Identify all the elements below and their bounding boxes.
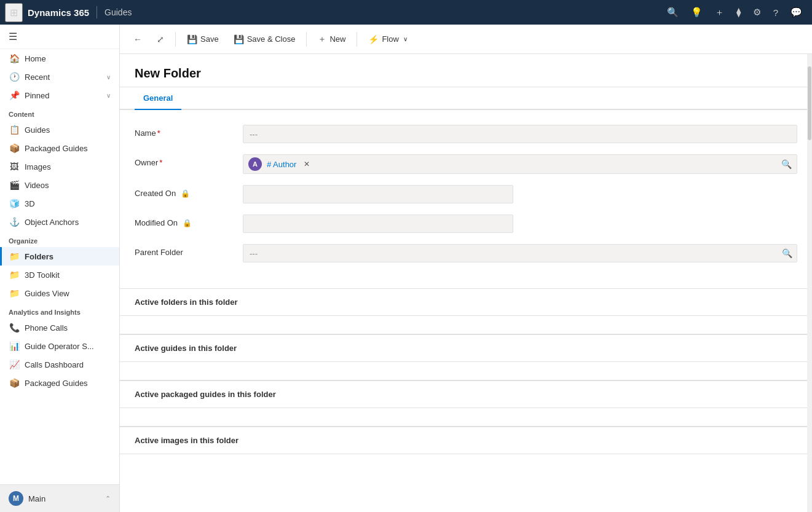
filter-icon[interactable]: ⧫ [731, 4, 746, 20]
active-packaged-content [120, 408, 812, 427]
modified-on-input [243, 215, 513, 233]
active-packaged-section[interactable]: Active packaged guides in this folder [120, 380, 812, 408]
nav-divider [97, 6, 97, 18]
modified-on-row: Modified On 🔒 [135, 215, 797, 233]
save-button[interactable]: 💾 Save [181, 31, 225, 47]
owner-search-icon[interactable]: 🔍 [781, 159, 792, 169]
sidebar-item-videos-label: Videos [25, 181, 111, 190]
flow-chevron: ∨ [403, 36, 408, 42]
created-on-input [243, 185, 513, 203]
recent-chevron: ∨ [106, 74, 111, 81]
active-folders-section[interactable]: Active folders in this folder [120, 288, 812, 316]
section-content-label: Content [0, 104, 119, 120]
active-images-section[interactable]: Active images in this folder [120, 427, 812, 454]
page-body: New Folder General Name* [120, 54, 812, 512]
sidebar-item-home[interactable]: 🏠 Home [0, 49, 119, 68]
flow-icon: ⚡ [368, 34, 379, 44]
modified-on-label: Modified On 🔒 [135, 215, 233, 227]
settings-icon[interactable]: ⚙ [748, 4, 766, 20]
sidebar-item-3d-toolkit-label: 3D Toolkit [25, 270, 111, 280]
sidebar-item-guides[interactable]: 📋 Guides [0, 120, 119, 139]
calls-dashboard-icon: 📈 [9, 360, 20, 369]
sidebar-item-object-anchors[interactable]: ⚓ Object Anchors [0, 213, 119, 231]
parent-folder-wrapper: 🔍 [243, 244, 797, 262]
object-anchors-icon: ⚓ [9, 217, 20, 227]
sidebar-bottom-label: Main [28, 494, 45, 503]
sidebar-item-packaged-analytics[interactable]: 📦 Packaged Guides [0, 374, 119, 392]
sidebar: ☰ 🏠 Home 🕐 Recent ∨ 📌 Pinned ∨ Content 📋… [0, 25, 120, 512]
images-icon: 🖼 [9, 162, 20, 171]
new-icon: ＋ [318, 34, 326, 45]
guides-view-icon: 📁 [9, 288, 20, 298]
parent-folder-input[interactable] [243, 244, 797, 262]
sidebar-item-pinned[interactable]: 📌 Pinned ∨ [0, 86, 119, 104]
sidebar-item-packaged-guides[interactable]: 📦 Packaged Guides [0, 139, 119, 157]
page-title: New Folder [135, 66, 797, 81]
guides-icon: 📋 [9, 125, 20, 135]
owner-avatar: A [248, 157, 262, 171]
3d-toolkit-icon: 📁 [9, 270, 20, 280]
user-avatar: M [9, 491, 23, 506]
sidebar-bottom: M Main ⌃ [0, 484, 119, 512]
sidebar-item-videos[interactable]: 🎬 Videos [0, 176, 119, 194]
sidebar-item-home-label: Home [25, 54, 111, 63]
flow-button[interactable]: ⚡ Flow ∨ [362, 31, 413, 47]
name-row: Name* [135, 125, 797, 143]
toolbar: ← ⤢ 💾 Save 💾 Save & Close ＋ New ⚡ F [120, 25, 812, 54]
name-label: Name* [135, 125, 233, 138]
scrollbar-track [807, 54, 812, 512]
tab-general[interactable]: General [135, 87, 181, 110]
phone-calls-icon: 📞 [9, 323, 20, 333]
sidebar-item-guide-operator[interactable]: 📊 Guide Operator S... [0, 337, 119, 355]
sidebar-item-guides-label: Guides [25, 125, 111, 135]
owner-link[interactable]: # Author [267, 160, 296, 169]
owner-field[interactable]: A # Author ✕ 🔍 [243, 154, 797, 174]
sidebar-item-calls-dashboard[interactable]: 📈 Calls Dashboard [0, 355, 119, 374]
name-input[interactable] [243, 125, 797, 143]
back-icon: ← [133, 34, 142, 44]
section-analytics-label: Analytics and Insights [0, 302, 119, 318]
home-icon: 🏠 [9, 53, 20, 63]
packaged-guides-icon: 📦 [9, 143, 20, 153]
sidebar-item-recent[interactable]: 🕐 Recent ∨ [0, 68, 119, 86]
new-button[interactable]: ＋ New [312, 31, 352, 48]
sidebar-item-images[interactable]: 🖼 Images [0, 157, 119, 176]
toolbar-divider-2 [306, 32, 307, 47]
back-button[interactable]: ← [127, 31, 148, 47]
app-title: Dynamics 365 [28, 7, 89, 18]
save-close-button[interactable]: 💾 Save & Close [227, 31, 302, 47]
parent-folder-search-icon[interactable]: 🔍 [782, 248, 792, 258]
help-icon[interactable]: ? [768, 5, 783, 20]
sidebar-item-3d[interactable]: 🧊 3D [0, 194, 119, 213]
parent-folder-label: Parent Folder [135, 244, 233, 257]
sidebar-item-object-anchors-label: Object Anchors [25, 218, 111, 227]
owner-close-icon[interactable]: ✕ [304, 160, 310, 168]
save-icon: 💾 [187, 34, 197, 44]
sidebar-item-folders[interactable]: 📁 Folders [0, 247, 119, 266]
sidebar-item-3d-toolkit[interactable]: 📁 3D Toolkit [0, 266, 119, 284]
sidebar-item-images-label: Images [25, 162, 111, 171]
folders-icon: 📁 [9, 251, 20, 261]
scrollbar-thumb[interactable] [808, 66, 811, 140]
sidebar-hamburger[interactable]: ☰ [0, 25, 119, 49]
videos-icon: 🎬 [9, 180, 20, 190]
add-icon[interactable]: ＋ [710, 4, 729, 21]
app-grid-icon[interactable]: ⊞ [5, 3, 23, 22]
sidebar-item-folders-label: Folders [25, 252, 111, 261]
chat-icon[interactable]: 💬 [786, 4, 807, 20]
active-guides-section[interactable]: Active guides in this folder [120, 334, 812, 362]
lightbulb-icon[interactable]: 💡 [686, 4, 708, 20]
created-on-lock-icon: 🔒 [181, 189, 190, 198]
sidebar-bottom-item[interactable]: M Main ⌃ [0, 485, 119, 512]
sidebar-item-guides-view-label: Guides View [25, 289, 111, 298]
sidebar-item-phone-calls[interactable]: 📞 Phone Calls [0, 318, 119, 337]
sidebar-item-guides-view[interactable]: 📁 Guides View [0, 284, 119, 302]
search-icon[interactable]: 🔍 [662, 4, 684, 20]
sidebar-bottom-chevron: ⌃ [105, 495, 111, 503]
pinned-chevron: ∨ [106, 92, 111, 99]
pinned-icon: 📌 [9, 90, 20, 100]
sidebar-item-guide-operator-label: Guide Operator S... [25, 342, 111, 351]
sidebar-item-pinned-label: Pinned [25, 91, 101, 100]
expand-button[interactable]: ⤢ [151, 31, 170, 47]
sidebar-item-3d-label: 3D [25, 199, 111, 208]
